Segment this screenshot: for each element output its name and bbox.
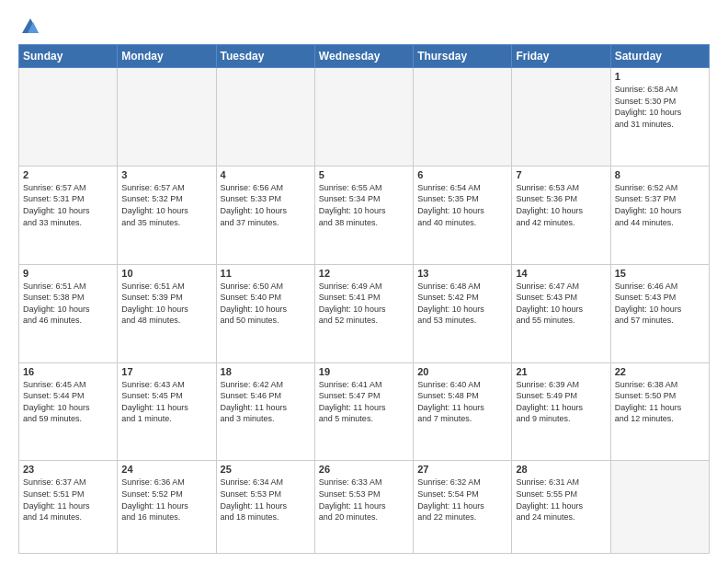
day-number: 10 [121, 268, 211, 279]
calendar-cell [19, 68, 118, 167]
calendar-cell: 24Sunrise: 6:36 AM Sunset: 5:52 PM Dayli… [118, 461, 216, 554]
calendar-week-row: 2Sunrise: 6:57 AM Sunset: 5:31 PM Daylig… [19, 166, 710, 264]
day-number: 26 [319, 464, 409, 475]
calendar-week-row: 23Sunrise: 6:37 AM Sunset: 5:51 PM Dayli… [19, 461, 710, 554]
weekday-header-wednesday: Wednesday [314, 45, 413, 68]
calendar-cell: 8Sunrise: 6:52 AM Sunset: 5:37 PM Daylig… [610, 166, 709, 264]
day-info: Sunrise: 6:31 AM Sunset: 5:55 PM Dayligh… [516, 477, 606, 523]
day-number: 9 [23, 268, 113, 279]
calendar-cell: 7Sunrise: 6:53 AM Sunset: 5:36 PM Daylig… [512, 166, 610, 264]
day-number: 14 [516, 268, 606, 279]
day-number: 6 [417, 169, 507, 180]
calendar-cell [414, 68, 512, 167]
calendar-cell: 17Sunrise: 6:43 AM Sunset: 5:45 PM Dayli… [118, 362, 216, 461]
day-info: Sunrise: 6:45 AM Sunset: 5:44 PM Dayligh… [23, 379, 113, 425]
day-info: Sunrise: 6:51 AM Sunset: 5:39 PM Dayligh… [121, 281, 211, 327]
calendar-cell: 5Sunrise: 6:55 AM Sunset: 5:34 PM Daylig… [314, 166, 413, 264]
calendar-cell: 26Sunrise: 6:33 AM Sunset: 5:53 PM Dayli… [314, 461, 413, 554]
day-info: Sunrise: 6:57 AM Sunset: 5:31 PM Dayligh… [23, 182, 113, 228]
calendar-cell: 12Sunrise: 6:49 AM Sunset: 5:41 PM Dayli… [314, 264, 413, 362]
calendar-cell: 20Sunrise: 6:40 AM Sunset: 5:48 PM Dayli… [414, 362, 512, 461]
day-number: 5 [319, 169, 409, 180]
day-info: Sunrise: 6:51 AM Sunset: 5:38 PM Dayligh… [23, 281, 113, 327]
day-info: Sunrise: 6:53 AM Sunset: 5:36 PM Dayligh… [516, 182, 606, 228]
day-number: 28 [516, 464, 606, 475]
calendar-cell [216, 68, 314, 167]
day-number: 12 [319, 268, 409, 279]
day-number: 1 [615, 71, 705, 82]
day-number: 11 [221, 268, 311, 279]
day-number: 21 [516, 366, 606, 377]
day-info: Sunrise: 6:33 AM Sunset: 5:53 PM Dayligh… [319, 477, 409, 523]
calendar-week-row: 1Sunrise: 6:58 AM Sunset: 5:30 PM Daylig… [19, 68, 710, 167]
day-info: Sunrise: 6:50 AM Sunset: 5:40 PM Dayligh… [221, 281, 311, 327]
calendar-cell: 6Sunrise: 6:54 AM Sunset: 5:35 PM Daylig… [414, 166, 512, 264]
weekday-header-friday: Friday [512, 45, 610, 68]
page: SundayMondayTuesdayWednesdayThursdayFrid… [0, 0, 728, 563]
day-number: 18 [221, 366, 311, 377]
calendar-cell: 28Sunrise: 6:31 AM Sunset: 5:55 PM Dayli… [512, 461, 610, 554]
day-number: 15 [615, 268, 705, 279]
day-info: Sunrise: 6:48 AM Sunset: 5:42 PM Dayligh… [417, 281, 507, 327]
calendar-cell: 9Sunrise: 6:51 AM Sunset: 5:38 PM Daylig… [19, 264, 118, 362]
day-info: Sunrise: 6:46 AM Sunset: 5:43 PM Dayligh… [615, 281, 705, 327]
day-number: 19 [319, 366, 409, 377]
logo [18, 17, 40, 37]
day-number: 20 [417, 366, 507, 377]
weekday-header-tuesday: Tuesday [216, 45, 314, 68]
day-info: Sunrise: 6:58 AM Sunset: 5:30 PM Dayligh… [615, 84, 705, 130]
calendar-cell: 25Sunrise: 6:34 AM Sunset: 5:53 PM Dayli… [216, 461, 314, 554]
day-number: 4 [221, 169, 311, 180]
day-number: 25 [221, 464, 311, 475]
day-number: 17 [121, 366, 211, 377]
day-info: Sunrise: 6:36 AM Sunset: 5:52 PM Dayligh… [121, 477, 211, 523]
day-info: Sunrise: 6:37 AM Sunset: 5:51 PM Dayligh… [23, 477, 113, 523]
calendar-cell: 14Sunrise: 6:47 AM Sunset: 5:43 PM Dayli… [512, 264, 610, 362]
day-number: 16 [23, 366, 113, 377]
day-info: Sunrise: 6:43 AM Sunset: 5:45 PM Dayligh… [121, 379, 211, 425]
calendar-cell: 21Sunrise: 6:39 AM Sunset: 5:49 PM Dayli… [512, 362, 610, 461]
day-number: 3 [121, 169, 211, 180]
calendar-cell: 10Sunrise: 6:51 AM Sunset: 5:39 PM Dayli… [118, 264, 216, 362]
day-number: 8 [615, 169, 705, 180]
header [18, 17, 710, 37]
day-info: Sunrise: 6:56 AM Sunset: 5:33 PM Dayligh… [221, 182, 311, 228]
logo-icon [20, 17, 40, 37]
calendar-cell: 13Sunrise: 6:48 AM Sunset: 5:42 PM Dayli… [414, 264, 512, 362]
calendar-cell [610, 461, 709, 554]
day-number: 23 [23, 464, 113, 475]
calendar-table: SundayMondayTuesdayWednesdayThursdayFrid… [18, 44, 710, 554]
day-number: 27 [417, 464, 507, 475]
calendar-cell: 4Sunrise: 6:56 AM Sunset: 5:33 PM Daylig… [216, 166, 314, 264]
calendar-cell: 3Sunrise: 6:57 AM Sunset: 5:32 PM Daylig… [118, 166, 216, 264]
weekday-header-row: SundayMondayTuesdayWednesdayThursdayFrid… [19, 45, 710, 68]
day-info: Sunrise: 6:41 AM Sunset: 5:47 PM Dayligh… [319, 379, 409, 425]
calendar-cell [118, 68, 216, 167]
day-info: Sunrise: 6:32 AM Sunset: 5:54 PM Dayligh… [417, 477, 507, 523]
day-info: Sunrise: 6:40 AM Sunset: 5:48 PM Dayligh… [417, 379, 507, 425]
calendar-cell: 22Sunrise: 6:38 AM Sunset: 5:50 PM Dayli… [610, 362, 709, 461]
calendar-cell: 18Sunrise: 6:42 AM Sunset: 5:46 PM Dayli… [216, 362, 314, 461]
day-info: Sunrise: 6:42 AM Sunset: 5:46 PM Dayligh… [221, 379, 311, 425]
calendar-week-row: 9Sunrise: 6:51 AM Sunset: 5:38 PM Daylig… [19, 264, 710, 362]
weekday-header-monday: Monday [118, 45, 216, 68]
day-info: Sunrise: 6:55 AM Sunset: 5:34 PM Dayligh… [319, 182, 409, 228]
calendar-cell: 15Sunrise: 6:46 AM Sunset: 5:43 PM Dayli… [610, 264, 709, 362]
calendar-cell: 1Sunrise: 6:58 AM Sunset: 5:30 PM Daylig… [610, 68, 709, 167]
calendar-cell [512, 68, 610, 167]
day-info: Sunrise: 6:38 AM Sunset: 5:50 PM Dayligh… [615, 379, 705, 425]
day-number: 24 [121, 464, 211, 475]
day-number: 2 [23, 169, 113, 180]
calendar-cell: 16Sunrise: 6:45 AM Sunset: 5:44 PM Dayli… [19, 362, 118, 461]
day-number: 7 [516, 169, 606, 180]
calendar-cell: 27Sunrise: 6:32 AM Sunset: 5:54 PM Dayli… [414, 461, 512, 554]
weekday-header-sunday: Sunday [19, 45, 118, 68]
day-number: 13 [417, 268, 507, 279]
calendar-cell: 19Sunrise: 6:41 AM Sunset: 5:47 PM Dayli… [314, 362, 413, 461]
weekday-header-saturday: Saturday [610, 45, 709, 68]
calendar-week-row: 16Sunrise: 6:45 AM Sunset: 5:44 PM Dayli… [19, 362, 710, 461]
calendar-cell: 2Sunrise: 6:57 AM Sunset: 5:31 PM Daylig… [19, 166, 118, 264]
day-info: Sunrise: 6:39 AM Sunset: 5:49 PM Dayligh… [516, 379, 606, 425]
calendar-cell: 11Sunrise: 6:50 AM Sunset: 5:40 PM Dayli… [216, 264, 314, 362]
calendar-cell: 23Sunrise: 6:37 AM Sunset: 5:51 PM Dayli… [19, 461, 118, 554]
